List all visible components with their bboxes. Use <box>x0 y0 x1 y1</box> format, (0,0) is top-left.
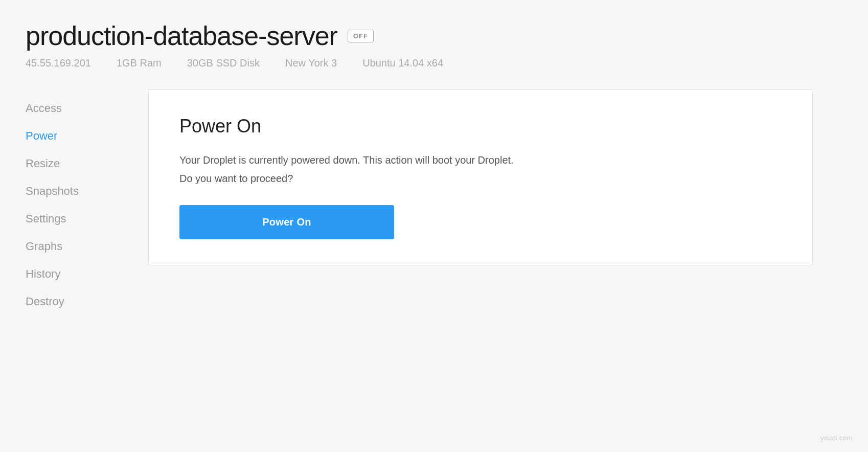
main-content: Power On Your Droplet is currently power… <box>138 89 842 432</box>
sidebar-link-power[interactable]: Power <box>26 129 57 142</box>
meta-ram: 1GB Ram <box>117 57 162 69</box>
sidebar-item-snapshots[interactable]: Snapshots <box>26 177 138 205</box>
title-row: production-database-server OFF <box>26 20 842 51</box>
sidebar-item-settings[interactable]: Settings <box>26 205 138 233</box>
sidebar-item-destroy[interactable]: Destroy <box>26 288 138 315</box>
power-card: Power On Your Droplet is currently power… <box>148 89 813 265</box>
sidebar-item-history[interactable]: History <box>26 260 138 288</box>
sidebar-link-settings[interactable]: Settings <box>26 212 66 225</box>
sidebar-item-access[interactable]: Access <box>26 95 138 122</box>
card-question: Do you want to proceed? <box>179 173 782 185</box>
watermark: youci.com <box>820 434 853 442</box>
card-title: Power On <box>179 116 782 137</box>
sidebar-item-graphs[interactable]: Graphs <box>26 233 138 260</box>
card-description: Your Droplet is currently powered down. … <box>179 152 782 168</box>
meta-ip: 45.55.169.201 <box>26 57 91 69</box>
sidebar-link-history[interactable]: History <box>26 267 60 280</box>
content-area: Access Power Resize Snapshots Settings G… <box>26 89 842 432</box>
sidebar-item-power[interactable]: Power <box>26 122 138 150</box>
status-badge: OFF <box>348 30 374 42</box>
sidebar-link-destroy[interactable]: Destroy <box>26 295 64 308</box>
power-on-button[interactable]: Power On <box>179 205 394 239</box>
meta-os: Ubuntu 14.04 x64 <box>362 57 443 69</box>
sidebar-item-resize[interactable]: Resize <box>26 150 138 177</box>
meta-location: New York 3 <box>285 57 337 69</box>
sidebar: Access Power Resize Snapshots Settings G… <box>26 89 138 432</box>
sidebar-link-access[interactable]: Access <box>26 102 62 115</box>
server-title: production-database-server <box>26 20 337 51</box>
header-section: production-database-server OFF 45.55.169… <box>26 20 842 69</box>
sidebar-nav: Access Power Resize Snapshots Settings G… <box>26 95 138 315</box>
sidebar-link-resize[interactable]: Resize <box>26 157 60 170</box>
page-wrapper: production-database-server OFF 45.55.169… <box>0 0 868 452</box>
meta-disk: 30GB SSD Disk <box>187 57 260 69</box>
server-meta: 45.55.169.201 1GB Ram 30GB SSD Disk New … <box>26 57 842 69</box>
sidebar-link-snapshots[interactable]: Snapshots <box>26 185 79 197</box>
sidebar-link-graphs[interactable]: Graphs <box>26 240 62 253</box>
